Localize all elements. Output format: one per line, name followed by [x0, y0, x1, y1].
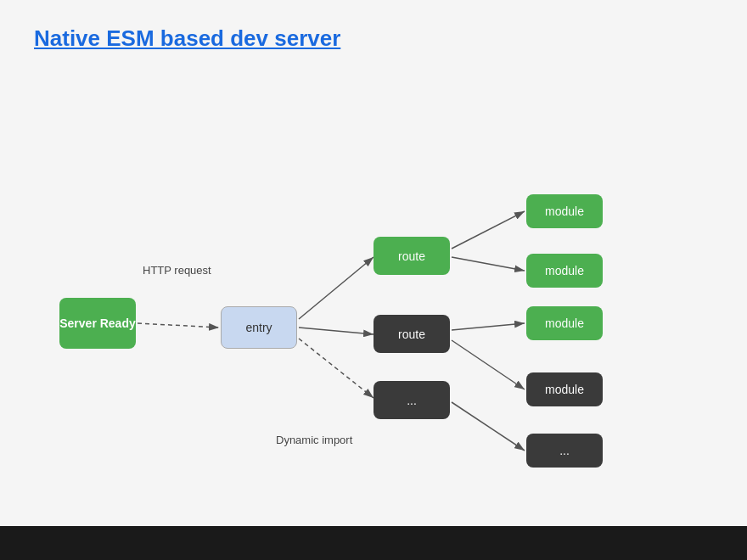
svg-line-5 [299, 339, 374, 398]
svg-line-4 [299, 328, 374, 334]
svg-line-3 [299, 257, 374, 319]
dynamic-import-label: Dynamic import [276, 434, 352, 446]
svg-line-10 [452, 402, 525, 451]
route-ellipsis-node: ... [374, 381, 450, 419]
slide-area: Native ESM based dev server [0, 0, 747, 526]
bottom-bar [0, 526, 747, 560]
module-ellipsis-node: ... [526, 434, 603, 468]
entry-node: entry [221, 306, 297, 349]
svg-line-8 [452, 323, 525, 330]
route-dark-node: route [374, 315, 450, 353]
module-2-node: module [526, 254, 603, 288]
module-3-node: module [526, 306, 603, 340]
server-ready-node: Server Ready [59, 298, 136, 349]
svg-line-7 [452, 257, 525, 271]
svg-line-9 [452, 340, 525, 389]
diagram-container: Server Ready HTTP request entry route ro… [34, 69, 713, 476]
svg-line-6 [452, 211, 525, 249]
http-request-label: HTTP request [143, 264, 211, 277]
svg-line-2 [138, 323, 219, 328]
module-4-node: module [526, 372, 603, 406]
module-1-node: module [526, 194, 603, 228]
slide-title: Native ESM based dev server [34, 25, 713, 52]
route-green-node: route [374, 237, 450, 275]
